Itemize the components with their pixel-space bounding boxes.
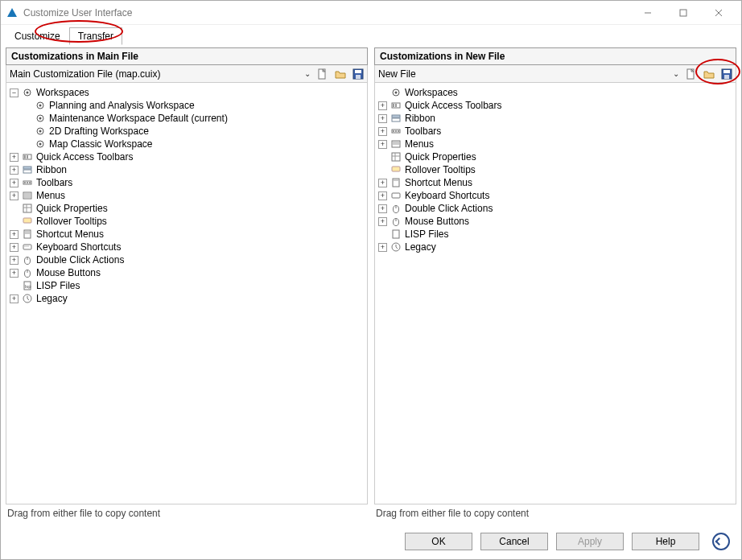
tree-node-keyboard-shortcuts[interactable]: +Keyboard Shortcuts	[10, 241, 365, 253]
tree-node-menus[interactable]: +Menus	[10, 189, 365, 202]
tree-label: Quick Properties	[405, 150, 476, 163]
left-file-label: Main Customization File (map.cuix)	[10, 68, 160, 80]
expand-icon[interactable]: +	[378, 179, 387, 187]
tree-node-rollover-tooltips[interactable]: Rollover Tooltips	[10, 215, 365, 228]
svg-rect-18	[27, 155, 28, 159]
expand-icon[interactable]: +	[10, 191, 19, 200]
tree-node-shortcut-menus[interactable]: +Shortcut Menus	[378, 176, 734, 189]
mouse-icon	[390, 202, 402, 215]
apply-button[interactable]: Apply	[556, 533, 624, 550]
titlebar: Customize User Interface	[1, 1, 741, 25]
collapse-icon[interactable]: −	[10, 89, 19, 97]
gear-icon	[21, 86, 34, 99]
app-icon	[6, 6, 19, 19]
tree-node-ws-item[interactable]: 2D Drafting Workspace	[23, 125, 365, 138]
maximize-button[interactable]	[666, 2, 701, 24]
left-file-select[interactable]: Main Customization File (map.cuix) ⌄	[6, 65, 314, 82]
close-button[interactable]	[701, 2, 736, 24]
tree-node-mouse-buttons[interactable]: +Mouse Buttons	[10, 266, 365, 279]
tree-node-ribbon[interactable]: +Ribbon	[10, 163, 365, 176]
svg-rect-60	[395, 130, 397, 132]
keyboard-icon	[390, 189, 402, 202]
expand-icon[interactable]: +	[378, 217, 387, 226]
tabstrip: Customize Transfer	[1, 25, 741, 44]
context-help-button[interactable]	[712, 533, 730, 550]
expand-icon[interactable]: +	[378, 101, 387, 110]
tree-label: Quick Access Toolbars	[405, 99, 502, 112]
tree-label: Double Click Actions	[405, 202, 493, 215]
expand-icon[interactable]: +	[378, 204, 387, 213]
tree-node-toolbars[interactable]: +Toolbars	[378, 125, 734, 138]
expand-icon[interactable]: +	[378, 243, 387, 252]
svg-rect-1	[680, 10, 686, 16]
expand-icon[interactable]: +	[10, 166, 19, 175]
tree-label: Toolbars	[36, 176, 72, 189]
chevron-down-icon: ⌄	[673, 69, 679, 78]
tree-node-lisp-files[interactable]: lspLISP Files	[10, 279, 365, 292]
tree-node-double-click-actions[interactable]: +Double Click Actions	[10, 253, 365, 266]
svg-rect-61	[398, 130, 399, 132]
tab-customize[interactable]: Customize	[6, 27, 69, 45]
expand-icon[interactable]: +	[378, 127, 387, 136]
tree-node-workspaces[interactable]: − Workspaces	[10, 86, 365, 99]
toolbar-icon	[390, 99, 402, 112]
tree-node-quick-access[interactable]: +Quick Access Toolbars	[10, 150, 365, 163]
tab-transfer[interactable]: Transfer	[69, 27, 122, 45]
tree-label: Planning and Analysis Workspace	[49, 99, 195, 112]
tree-node-menus[interactable]: +Menus	[378, 138, 734, 150]
tree-node-toolbars[interactable]: +Toolbars	[10, 176, 365, 189]
left-panel: Customizations in Main File Main Customi…	[6, 47, 368, 524]
tree-label: Ribbon	[36, 163, 67, 176]
tree-node-ws-item[interactable]: Planning and Analysis Workspace	[23, 99, 365, 112]
expand-icon[interactable]: +	[10, 294, 19, 303]
minimize-button[interactable]	[630, 2, 666, 24]
new-file-icon[interactable]	[315, 66, 331, 82]
save-icon[interactable]	[350, 66, 366, 82]
tree-node-keyboard-shortcuts[interactable]: +Keyboard Shortcuts	[378, 189, 734, 202]
tree-node-lisp-files[interactable]: LISP Files	[378, 228, 734, 241]
tree-node-legacy[interactable]: +Legacy	[378, 241, 734, 253]
help-button[interactable]: Help	[632, 533, 699, 550]
expand-icon[interactable]: +	[10, 256, 19, 265]
ok-button[interactable]: OK	[405, 533, 472, 550]
tree-node-workspaces[interactable]: Workspaces	[378, 86, 734, 99]
svg-rect-59	[393, 130, 394, 132]
open-folder-icon[interactable]	[701, 66, 717, 82]
tree-node-quick-properties[interactable]: Quick Properties	[10, 202, 365, 215]
left-tree[interactable]: − Workspaces Planning and Analysis Works…	[6, 83, 368, 504]
svg-rect-71	[392, 193, 400, 198]
tree-node-ws-item[interactable]: Maintenance Workspace Default (current)	[23, 112, 365, 125]
tree-node-rollover-tooltips[interactable]: Rollover Tooltips	[378, 163, 734, 176]
expand-icon[interactable]: +	[10, 243, 19, 252]
tree-node-mouse-buttons[interactable]: +Mouse Buttons	[378, 215, 734, 228]
expand-icon[interactable]: +	[10, 153, 19, 162]
button-row: OK Cancel Apply Help	[1, 524, 741, 559]
svg-rect-4	[355, 70, 361, 73]
tree-node-shortcut-menus[interactable]: +Shortcut Menus	[10, 228, 365, 241]
tree-node-quick-access[interactable]: +Quick Access Toolbars	[378, 99, 734, 112]
right-file-select[interactable]: New File ⌄	[375, 65, 682, 82]
tree-label: Mouse Buttons	[405, 215, 469, 228]
expand-icon[interactable]: +	[378, 140, 387, 149]
tree-label: Rollover Tooltips	[36, 215, 107, 228]
open-folder-icon[interactable]	[332, 66, 348, 82]
right-tree[interactable]: Workspaces +Quick Access Toolbars +Ribbo…	[374, 83, 736, 504]
expand-icon[interactable]: +	[378, 114, 387, 123]
save-icon[interactable]	[719, 66, 735, 82]
svg-point-52	[395, 92, 398, 94]
expand-icon[interactable]: +	[10, 269, 19, 278]
tree-node-quick-properties[interactable]: Quick Properties	[378, 150, 734, 163]
cancel-button[interactable]: Cancel	[480, 533, 548, 550]
expand-icon[interactable]: +	[10, 179, 19, 187]
mouse-icon	[21, 266, 34, 279]
svg-rect-22	[24, 182, 26, 183]
tree-node-ribbon[interactable]: +Ribbon	[378, 112, 734, 125]
expand-icon[interactable]: +	[378, 191, 387, 200]
new-file-icon[interactable]	[683, 66, 699, 82]
tree-node-double-click-actions[interactable]: +Double Click Actions	[378, 202, 734, 215]
right-panel-header: Customizations in New File	[374, 47, 736, 65]
expand-icon[interactable]: +	[10, 230, 19, 239]
right-file-row: New File ⌄	[374, 65, 736, 83]
tree-node-ws-item[interactable]: Map Classic Workspace	[23, 138, 365, 150]
tree-node-legacy[interactable]: +Legacy	[10, 292, 365, 305]
